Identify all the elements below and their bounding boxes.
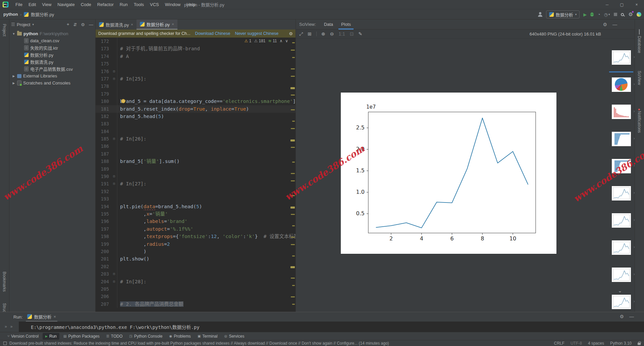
run-tab[interactable]: 数据分析 × <box>26 312 57 322</box>
indent-indicator[interactable]: 4 spaces <box>588 341 604 346</box>
settings-gear-icon[interactable]: ⚙ <box>629 11 633 17</box>
code-line[interactable]: 194plt.pie(data=brand_5.head(5) <box>96 203 296 210</box>
zoom-in-icon[interactable]: ⊕ <box>321 31 325 37</box>
code-line[interactable]: 186 <box>96 142 296 150</box>
code-line[interactable]: 199 ,radius=2 <box>96 240 296 248</box>
menu-item-window[interactable]: Window <box>162 1 183 8</box>
tool-window-switcher-icon[interactable] <box>3 342 7 345</box>
menu-item-navigate[interactable]: Navigate <box>54 1 77 8</box>
plot-canvas[interactable]: 2468100.51.01.52.02.51e7 <box>341 93 556 254</box>
tree-item-scratch[interactable]: ▶Scratches and Consoles <box>9 79 95 86</box>
actual-size-icon[interactable]: 1:1 <box>338 31 345 37</box>
code-line[interactable]: 192 <box>96 188 296 195</box>
coverage-button[interactable]: ◔ <box>597 12 600 17</box>
debug-button[interactable] <box>590 12 594 16</box>
code-line[interactable]: 183 <box>96 120 296 127</box>
sciview-tab-plots[interactable]: Plots <box>337 19 355 30</box>
plot-thumbnail-line[interactable]: × <box>612 268 631 282</box>
inspection-widget[interactable]: ⚠ 1 ⚠ 181 ≋ 11 ∧ ∨ <box>245 39 288 43</box>
chevron-down-icon[interactable]: ▼ <box>12 32 15 36</box>
menu-item-view[interactable]: View <box>39 1 54 8</box>
menu-item-refactor[interactable]: Refactor <box>94 1 117 8</box>
menu-item-tools[interactable]: Tools <box>131 1 147 8</box>
code-line[interactable]: 205 <box>96 285 296 293</box>
fit-to-screen-icon[interactable]: ⊡ <box>350 31 354 37</box>
interpreter-indicator[interactable]: Python 3.10 <box>610 341 632 346</box>
sciview-gear-icon[interactable]: ⚙ <box>603 22 607 27</box>
code-line[interactable]: 204⊟# In[28]: <box>96 278 296 285</box>
chevron-down-icon[interactable]: ▾ <box>32 23 34 26</box>
tool-window-button-services[interactable]: ◎Services <box>222 333 247 340</box>
console-output[interactable]: E:\programmer\anaconda3\python.exe F:\wo… <box>19 322 644 332</box>
menu-item-run[interactable]: Run <box>117 1 131 8</box>
expand-icon[interactable]: ⤢ <box>299 31 303 37</box>
fold-icon[interactable]: ⊟ <box>111 270 117 278</box>
tool-window-button-todo[interactable]: ☰TODO <box>104 333 125 340</box>
code-line[interactable]: 196 ,labels='brand' <box>96 218 296 225</box>
prev-problem-arrow[interactable]: ∧ <box>279 39 282 43</box>
fold-icon[interactable]: ⊟ <box>111 135 117 142</box>
lock-icon[interactable] <box>638 343 641 345</box>
tree-root-python[interactable]: ▼python F:\work\python <box>9 30 95 37</box>
plot-thumbnail-pie[interactable]: × <box>612 77 631 92</box>
tree-item-file[interactable]: 电子产品销售数据.csv <box>9 65 95 72</box>
tree-item-lib[interactable]: ▶External Libraries <box>9 72 95 79</box>
banner-never-suggest-link[interactable]: Never suggest Chinese <box>235 31 278 36</box>
code-line[interactable]: 195 ,x='销量' <box>96 210 296 218</box>
banner-download-chinese-link[interactable]: Download Chinese <box>195 31 230 36</box>
code-line[interactable]: 182brand_5.head(5) <box>96 113 296 120</box>
code-line[interactable]: 175 <box>96 60 296 67</box>
scroll-down-chevron-icon[interactable]: ⌄ <box>618 288 622 294</box>
encoding-indicator[interactable]: UTF-8 <box>571 341 582 346</box>
tool-tab-sciview[interactable]: SciView <box>637 69 642 85</box>
plot-thumbnail-line[interactable]: × <box>612 295 631 309</box>
code-line[interactable]: 203⊟ <box>96 270 296 278</box>
banner-gear-icon[interactable]: ⚙ <box>289 31 293 36</box>
close-icon[interactable]: × <box>172 22 174 26</box>
line-ending-indicator[interactable]: CRLF <box>554 341 565 346</box>
tool-tab-notifications[interactable]: Notifications <box>637 109 642 133</box>
close-icon[interactable]: × <box>131 22 133 26</box>
menu-item-code[interactable]: Code <box>78 1 94 8</box>
hide-panel-icon[interactable]: — <box>89 22 93 27</box>
menu-item-file[interactable]: File <box>12 1 25 8</box>
run-hide-icon[interactable]: — <box>629 314 634 319</box>
fold-icon[interactable]: ⊟ <box>111 75 117 82</box>
tool-window-button-python-packages[interactable]: ▤Python Packages <box>61 333 102 340</box>
ide-features-icon[interactable] <box>637 12 641 17</box>
tool-window-button-problems[interactable]: ◉Problems <box>166 333 193 340</box>
fold-icon[interactable]: ⊟ <box>111 278 117 285</box>
run-button[interactable]: ▶ <box>583 12 587 17</box>
code-line[interactable]: 200 ) <box>96 248 296 255</box>
grid-icon[interactable]: ⊞ <box>308 31 312 37</box>
chevron-right-icon[interactable]: ▶ <box>12 74 15 78</box>
tool-window-button-run[interactable]: ▶Run <box>43 333 59 340</box>
code-line[interactable]: 206 <box>96 293 296 300</box>
code-line[interactable]: 185⊟# In[26]: <box>96 135 296 142</box>
run-gear-icon[interactable]: ⚙ <box>620 314 624 319</box>
code-with-me-icon[interactable] <box>538 12 542 17</box>
fold-icon[interactable]: ⊟ <box>111 173 117 180</box>
sciview-tab-data[interactable]: Data <box>320 19 337 30</box>
breadcrumb-file[interactable]: 数据分析.py <box>31 11 54 17</box>
code-line[interactable]: 180brand_5 = data[data.category_code=='e… <box>96 98 296 105</box>
editor-tab[interactable]: 数据分析.py× <box>137 19 177 30</box>
scrollbar-marks[interactable] <box>290 38 296 312</box>
tree-item-file[interactable]: 失败的实战.ktr <box>9 44 95 51</box>
collapse-all-icon[interactable]: ⇵ <box>73 22 77 27</box>
menu-item-edit[interactable]: Edit <box>25 1 39 8</box>
zoom-out-icon[interactable]: ⊖ <box>330 31 334 37</box>
tree-item-file[interactable]: data_clean.csv <box>9 37 95 44</box>
search-everywhere-icon[interactable] <box>621 13 624 16</box>
code-line[interactable]: 197 ,autopct='%.1f%%' <box>96 225 296 233</box>
fold-icon[interactable]: ⊟ <box>111 180 117 187</box>
code-line[interactable]: 190⊟ <box>96 173 296 180</box>
tree-item-file[interactable]: 数据清洗.py <box>9 58 95 65</box>
close-icon[interactable]: × <box>53 314 56 319</box>
code-line[interactable]: 184 <box>96 128 296 135</box>
run-configuration-select[interactable]: 数据分析 ▾ <box>546 10 580 18</box>
breadcrumb-root[interactable]: python <box>3 12 18 17</box>
menu-item-vcs[interactable]: VCS <box>147 1 162 8</box>
status-message[interactable]: Download pre-built shared indexes: Reduc… <box>9 341 389 346</box>
tree-item-file[interactable]: 数据分析.py <box>9 51 95 58</box>
